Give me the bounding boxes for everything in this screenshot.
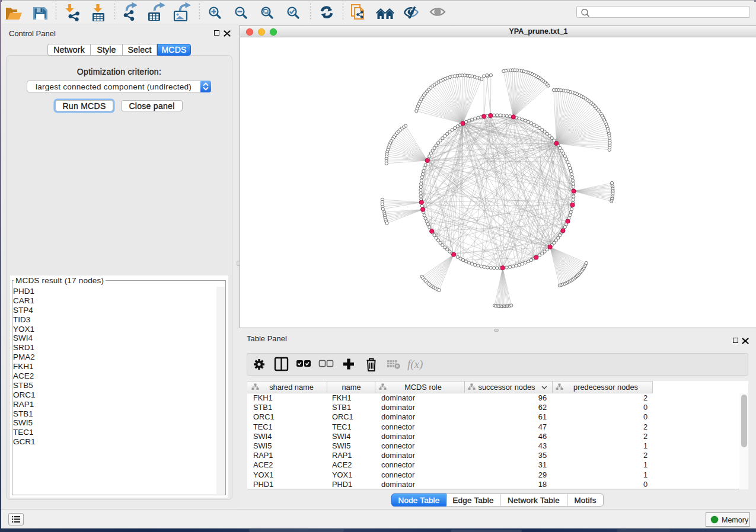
svg-text:f(x): f(x) (407, 358, 423, 371)
